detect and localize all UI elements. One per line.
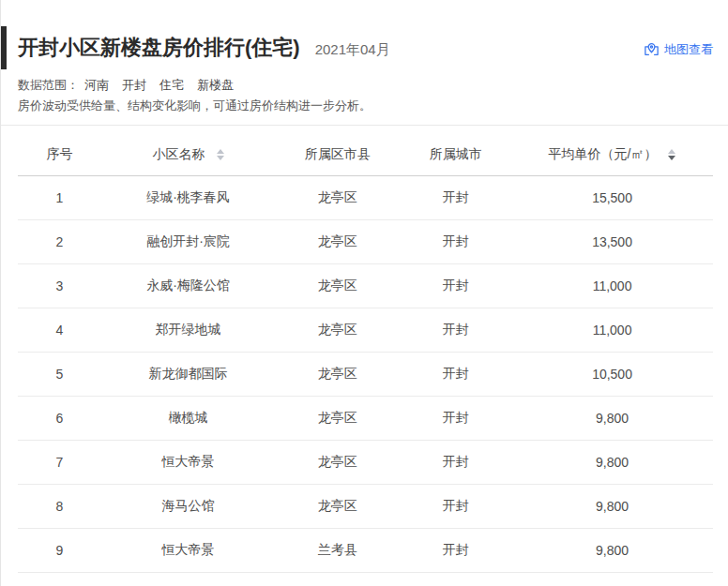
city-cell: 开封 (401, 308, 512, 353)
rank-cell: 6 (18, 397, 101, 441)
price-cell: 9,800 (511, 397, 713, 441)
price-cell: 9,800 (511, 485, 713, 529)
table-row: 7 恒大帝景 龙亭区 开封 9,800 (18, 441, 713, 485)
rank-cell: 5 (18, 353, 101, 397)
analysis-note: 房价波动受供给量、结构变化影响，可通过房价结构进一步分析。 (18, 96, 713, 116)
map-pin-icon (644, 42, 660, 57)
sort-carets-icon[interactable] (217, 149, 224, 160)
caret-down-icon (668, 156, 675, 160)
report-date: 2021年04月 (315, 38, 390, 59)
rank-cell: 7 (18, 441, 101, 485)
page-title: 开封小区新楼盘房价排行(住宅) (18, 36, 300, 60)
city-cell: 开封 (401, 176, 512, 220)
title-accent-bar (1, 26, 7, 69)
caret-up-icon (217, 149, 224, 154)
meta-block: 数据范围： 河南开封住宅新楼盘 房价波动受供给量、结构变化影响，可通过房价结构进… (1, 69, 728, 116)
district-cell: 龙亭区 (275, 441, 400, 485)
community-name-cell: 永威·梅隆公馆 (101, 264, 275, 308)
district-cell: 兰考县 (275, 529, 400, 573)
data-scope-item: 开封 (122, 75, 146, 96)
district-cell: 龙亭区 (275, 485, 400, 529)
city-cell: 开封 (401, 397, 512, 441)
rank-cell: 4 (18, 308, 101, 353)
map-view-link-label: 地图查看 (664, 41, 713, 58)
price-cell: 11,000 (511, 308, 713, 353)
col-header-price[interactable]: 平均单价（元/㎡） (511, 133, 713, 176)
city-cell: 开封 (401, 220, 512, 264)
rank-cell: 10 (18, 573, 101, 586)
price-cell: 9,800 (511, 441, 713, 485)
section-divider (1, 125, 728, 126)
price-cell: 9,500 (511, 573, 713, 586)
city-cell: 开封 (401, 529, 512, 573)
table-row: 5 新龙御都国际 龙亭区 开封 10,500 (18, 353, 713, 397)
data-scope-item: 新楼盘 (197, 75, 234, 96)
price-cell: 11,000 (511, 264, 713, 308)
community-name-cell: 绿城·桃李春风 (101, 176, 275, 220)
rank-cell: 3 (18, 264, 101, 308)
caret-up-icon (668, 149, 675, 154)
table-row: 3 永威·梅隆公馆 龙亭区 开封 11,000 (18, 264, 713, 308)
table-row: 4 郑开绿地城 龙亭区 开封 11,000 (18, 308, 713, 353)
district-cell: 龙亭区 (275, 176, 400, 220)
rank-cell: 8 (18, 485, 101, 529)
price-cell: 10,500 (511, 353, 713, 397)
table-row: 9 恒大帝景 兰考县 开封 9,800 (18, 529, 713, 573)
city-cell: 开封 (401, 441, 512, 485)
rank-cell: 1 (18, 176, 101, 220)
community-name-cell: 恒大帝景 (101, 441, 275, 485)
report-header: 开封小区新楼盘房价排行(住宅) 2021年04月 地图查看 (1, 26, 728, 69)
price-rank-table: 序号 小区名称 所属区市县 所属城市 平均单价（元/㎡） (18, 133, 713, 586)
city-cell: 开封 (401, 353, 512, 397)
district-cell: 龙亭区 (275, 397, 400, 441)
col-header-rank: 序号 (18, 133, 101, 176)
table-header-row: 序号 小区名称 所属区市县 所属城市 平均单价（元/㎡） (18, 133, 713, 176)
data-scope-item: 河南 (84, 75, 109, 96)
city-cell: 开封 (401, 573, 512, 586)
price-cell: 13,500 (511, 220, 713, 264)
table-row: 6 橄榄城 龙亭区 开封 9,800 (18, 397, 713, 441)
table-row: 1 绿城·桃李春风 龙亭区 开封 15,500 (18, 176, 713, 220)
community-name-cell: 恒大未来城 (101, 573, 275, 586)
data-scope-line: 数据范围： 河南开封住宅新楼盘 (18, 75, 713, 96)
district-cell: 龙亭区 (275, 220, 400, 264)
district-cell: 龙亭区 (275, 573, 400, 586)
price-cell: 15,500 (511, 176, 713, 220)
city-cell: 开封 (401, 264, 512, 308)
community-name-cell: 新龙御都国际 (101, 353, 275, 397)
rank-cell: 9 (18, 529, 101, 573)
col-header-district: 所属区市县 (275, 133, 400, 176)
community-name-cell: 橄榄城 (101, 397, 275, 441)
col-header-name[interactable]: 小区名称 (101, 133, 275, 176)
community-name-cell: 恒大帝景 (101, 529, 275, 573)
data-scope-label: 数据范围： (18, 75, 79, 96)
community-name-cell: 融创开封·宸院 (101, 220, 275, 264)
district-cell: 龙亭区 (275, 308, 400, 353)
sort-carets-icon[interactable] (668, 149, 675, 160)
price-cell: 9,800 (511, 529, 713, 573)
community-name-cell: 郑开绿地城 (101, 308, 275, 353)
table-row: 8 海马公馆 龙亭区 开封 9,800 (18, 485, 713, 529)
map-view-link[interactable]: 地图查看 (644, 38, 713, 58)
community-name-cell: 海马公馆 (101, 485, 275, 529)
district-cell: 龙亭区 (275, 353, 400, 397)
city-cell: 开封 (401, 485, 512, 529)
rank-cell: 2 (18, 220, 101, 264)
caret-down-icon (217, 156, 224, 160)
data-scope-item: 住宅 (159, 75, 184, 96)
col-header-city: 所属城市 (401, 133, 512, 176)
table-row: 2 融创开封·宸院 龙亭区 开封 13,500 (18, 220, 713, 264)
table-row: 10 恒大未来城 龙亭区 开封 9,500 (18, 573, 713, 586)
district-cell: 龙亭区 (275, 264, 400, 308)
